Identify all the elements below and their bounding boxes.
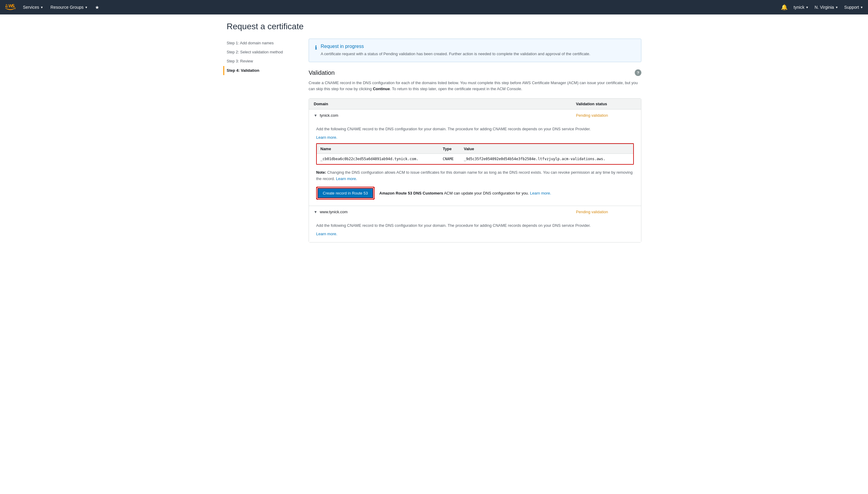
content-layout: Step 1: Add domain names Step 2: Select … bbox=[226, 39, 642, 250]
domain-status-www-tynick: Pending validation bbox=[576, 210, 636, 214]
page-container: Request a certificate Step 1: Add domain… bbox=[217, 15, 651, 257]
resource-groups-label: Resource Groups bbox=[51, 5, 84, 10]
help-icon[interactable]: ? bbox=[635, 69, 642, 76]
cname-table-tynick: Name Type Value _cb01dbea6c0b22c3ed55a6d… bbox=[317, 144, 633, 164]
notifications-icon[interactable]: 🔔 bbox=[781, 4, 788, 11]
step-2-item[interactable]: Step 2: Select validation method bbox=[226, 48, 299, 57]
domain-chevron-icon: ▼ bbox=[314, 113, 317, 118]
info-box: ℹ Request in progress A certificate requ… bbox=[309, 39, 642, 62]
domain-details-tynick: Add the following CNAME record to the DN… bbox=[309, 121, 641, 206]
learn-more-link-tynick[interactable]: Learn more. bbox=[316, 135, 337, 140]
domain-row-tynick: ▼ tynick.com Pending validation Add the … bbox=[309, 110, 641, 206]
nav-right-section: 🔔 tynick ▼ N. Virginia ▼ Support ▼ bbox=[781, 4, 863, 11]
services-label: Services bbox=[23, 5, 39, 10]
info-box-text: A certificate request with a status of P… bbox=[321, 51, 590, 57]
cname-type-value: CNAME bbox=[439, 153, 460, 164]
validation-section-header: Validation ? bbox=[309, 69, 642, 76]
domain-row-tynick-header[interactable]: ▼ tynick.com Pending validation bbox=[309, 110, 641, 121]
route53-note-tynick: Amazon Route 53 DNS Customers ACM can up… bbox=[379, 190, 551, 196]
status-column-header: Validation status bbox=[576, 102, 636, 106]
domain-name-tynick: tynick.com bbox=[320, 113, 576, 118]
note-text-tynick: Note: Changing the DNS configuration all… bbox=[316, 170, 634, 182]
step-3-item[interactable]: Step 3: Review bbox=[226, 57, 299, 66]
create-record-button[interactable]: Create record in Route 53 bbox=[317, 188, 373, 198]
cname-header-value: Value bbox=[460, 144, 633, 153]
cname-record-wrapper-tynick: Name Type Value _cb01dbea6c0b22c3ed55a6d… bbox=[316, 143, 634, 165]
steps-sidebar: Step 1: Add domain names Step 2: Select … bbox=[226, 39, 299, 250]
domain-details-www-tynick: Add the following CNAME record to the DN… bbox=[309, 218, 641, 242]
top-navigation: Services ▼ Resource Groups ▼ ★ 🔔 tynick … bbox=[0, 0, 868, 15]
domain-row-www-tynick-header[interactable]: ▼ www.tynick.com Pending validation bbox=[309, 206, 641, 218]
cname-record-value: _9d5c35f2e054092e0d54b54e3fb2584e.ltfvzj… bbox=[460, 153, 633, 164]
route53-learn-more-link[interactable]: Learn more. bbox=[530, 191, 551, 195]
aws-logo[interactable] bbox=[5, 4, 16, 11]
support-label: Support bbox=[844, 5, 859, 10]
cname-header-name: Name bbox=[317, 144, 439, 153]
create-record-section-tynick: Create record in Route 53 Amazon Route 5… bbox=[316, 187, 634, 200]
services-chevron-icon: ▼ bbox=[40, 6, 43, 9]
info-box-content: Request in progress A certificate reques… bbox=[321, 44, 590, 57]
info-icon: ℹ bbox=[315, 44, 317, 57]
support-menu[interactable]: Support ▼ bbox=[844, 5, 863, 10]
resource-groups-nav-item[interactable]: Resource Groups ▼ bbox=[51, 5, 88, 10]
region-menu[interactable]: N. Virginia ▼ bbox=[815, 5, 838, 10]
cname-name-value: _cb01dbea6c0b22c3ed55a6d4891ab94d.tynick… bbox=[317, 153, 439, 164]
domain-name-www-tynick: www.tynick.com bbox=[320, 210, 576, 214]
domain-table: Domain Validation status ▼ tynick.com Pe… bbox=[309, 98, 642, 243]
region-chevron-icon: ▼ bbox=[835, 6, 838, 9]
support-chevron-icon: ▼ bbox=[860, 6, 863, 9]
step-4-item[interactable]: Step 4: Validation bbox=[223, 66, 299, 75]
user-menu[interactable]: tynick ▼ bbox=[793, 5, 809, 10]
learn-more-link-www-tynick[interactable]: Learn more. bbox=[316, 232, 337, 236]
step-1-item[interactable]: Step 1: Add domain names bbox=[226, 39, 299, 48]
validation-section-title: Validation bbox=[309, 69, 335, 76]
page-title: Request a certificate bbox=[226, 22, 642, 31]
bookmarks-icon[interactable]: ★ bbox=[95, 4, 99, 10]
domain-status-tynick: Pending validation bbox=[576, 113, 636, 118]
services-nav-item[interactable]: Services ▼ bbox=[23, 5, 43, 10]
main-content: ℹ Request in progress A certificate requ… bbox=[309, 39, 642, 250]
domain-row-www-tynick: ▼ www.tynick.com Pending validation Add … bbox=[309, 206, 641, 242]
domain-column-header: Domain bbox=[314, 102, 576, 106]
user-label: tynick bbox=[793, 5, 804, 10]
domain-www-chevron-icon: ▼ bbox=[314, 210, 317, 214]
cname-header-type: Type bbox=[439, 144, 460, 153]
domain-details-text-tynick: Add the following CNAME record to the DN… bbox=[316, 126, 634, 132]
cname-data-row-tynick: _cb01dbea6c0b22c3ed55a6d4891ab94d.tynick… bbox=[317, 153, 633, 164]
region-label: N. Virginia bbox=[815, 5, 834, 10]
info-box-title: Request in progress bbox=[321, 44, 590, 49]
domain-details-text-www-tynick: Add the following CNAME record to the DN… bbox=[316, 223, 634, 229]
domain-table-header: Domain Validation status bbox=[309, 99, 641, 110]
note-learn-more-link-tynick[interactable]: Learn more. bbox=[336, 176, 357, 181]
user-chevron-icon: ▼ bbox=[806, 6, 809, 9]
validation-description: Create a CNAME record in the DNS configu… bbox=[309, 80, 642, 93]
resource-groups-chevron-icon: ▼ bbox=[85, 6, 88, 9]
create-record-button-wrapper: Create record in Route 53 bbox=[316, 187, 375, 200]
